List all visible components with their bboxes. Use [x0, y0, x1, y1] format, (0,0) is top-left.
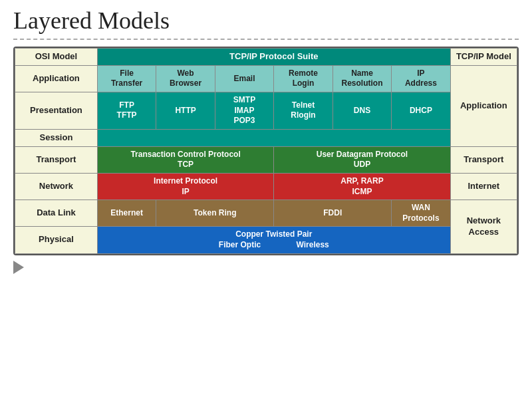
physical-osi-label: Physical — [15, 227, 98, 253]
file-transfer-cell: FileTransfer — [97, 65, 156, 92]
fiber-optic-label: Fiber Optic — [219, 240, 261, 249]
http-cell: HTTP — [156, 92, 215, 130]
network-osi-label: Network — [15, 173, 98, 200]
session-osi-label: Session — [15, 129, 98, 146]
application-osi-label: Application — [15, 65, 98, 92]
dhcp-cell: DHCP — [392, 92, 450, 130]
internet-model-label: Internet — [450, 173, 517, 200]
play-arrow-icon — [13, 261, 24, 274]
ethernet-cell: Ethernet — [97, 200, 156, 227]
udp-cell: User Datagram ProtocolUDP — [274, 146, 450, 173]
title-divider — [13, 39, 519, 40]
physical-protocols-cell: Copper Twisted Pair Fiber Optic Wireless — [97, 227, 450, 253]
email-cell: Email — [215, 65, 273, 92]
application-row: Application FileTransfer WebBrowser Emai… — [15, 65, 517, 92]
header-row: OSI Model TCP/IP Protocol Suite TCP/IP M… — [15, 49, 517, 66]
presentation-row: Presentation FTPTFTP HTTP SMTPIMAPPOP3 T… — [15, 92, 517, 130]
smtp-imap-cell: SMTPIMAPPOP3 — [215, 92, 273, 130]
physical-row: Physical Copper Twisted Pair Fiber Optic… — [15, 227, 517, 253]
transport-model-label: Transport — [450, 146, 517, 173]
page-title: Layered Models — [13, 7, 519, 35]
arp-cell: ARP, RARPICMP — [274, 173, 450, 200]
transport-row: Transport Transaction Control ProtocolTC… — [15, 146, 517, 173]
name-resolution-cell: NameResolution — [332, 65, 391, 92]
fddi-cell: FDDI — [274, 200, 392, 227]
wan-cell: WANProtocols — [392, 200, 450, 227]
tcpip-suite-header: TCP/IP Protocol Suite — [97, 49, 450, 66]
network-row: Network Internet ProtocolIP ARP, RARPICM… — [15, 173, 517, 200]
ip-cell: Internet ProtocolIP — [97, 173, 273, 200]
dns-cell: DNS — [332, 92, 391, 130]
tcpip-model-header: TCP/IP Model — [450, 49, 517, 66]
application-model-label: Application — [450, 65, 517, 146]
transport-osi-label: Transport — [15, 146, 98, 173]
presentation-osi-label: Presentation — [15, 92, 98, 130]
remote-login-cell: RemoteLogin — [274, 65, 332, 92]
ftp-tftp-cell: FTPTFTP — [97, 92, 156, 130]
datalink-row: Data Link Ethernet Token Ring FDDI WANPr… — [15, 200, 517, 227]
tcp-cell: Transaction Control ProtocolTCP — [97, 146, 273, 173]
session-row: Session — [15, 129, 517, 146]
session-content-cell — [97, 129, 450, 146]
osi-model-header: OSI Model — [15, 49, 98, 66]
web-browser-cell: WebBrowser — [156, 65, 215, 92]
arrow-indicator — [13, 261, 519, 274]
telnet-cell: TelnetRlogin — [274, 92, 332, 130]
network-access-model-label: NetworkAccess — [450, 200, 517, 253]
datalink-osi-label: Data Link — [15, 200, 98, 227]
page: Layered Models OSI Model TCP/IP Protocol… — [0, 0, 532, 399]
layered-models-table: OSI Model TCP/IP Protocol Suite TCP/IP M… — [13, 47, 519, 255]
wireless-label: Wireless — [296, 240, 329, 249]
token-ring-cell: Token Ring — [156, 200, 274, 227]
ip-address-cell: IPAddress — [392, 65, 450, 92]
